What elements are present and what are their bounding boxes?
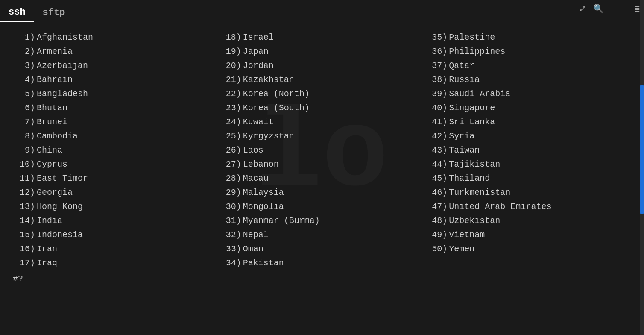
- item-number: 48): [425, 214, 447, 227]
- column-1: 1)Afghanistan2)Armenia3)Azerbaijan4)Bahr…: [13, 31, 219, 270]
- list-item: 30)Mongolia: [219, 200, 425, 213]
- item-name: Sri Lanka: [449, 115, 495, 129]
- item-name: Saudi Arabia: [449, 87, 510, 100]
- list-item: 49)Vietnam: [425, 228, 631, 241]
- list-item: 8)Cambodia: [13, 129, 219, 143]
- item-name: Brunei: [37, 115, 67, 129]
- item-name: Korea (South): [243, 101, 310, 115]
- item-name: Myanmar (Burma): [243, 214, 320, 227]
- list-item: 21)Kazakhstan: [219, 73, 425, 86]
- item-number: 1): [13, 31, 35, 44]
- item-number: 20): [219, 59, 241, 72]
- item-name: Korea (North): [243, 87, 310, 100]
- item-name: Turkmenistan: [449, 186, 510, 199]
- item-name: Russia: [449, 73, 480, 86]
- item-number: 11): [13, 172, 35, 185]
- scrollbar[interactable]: [640, 0, 644, 335]
- list-item: 10)Cyprus: [13, 158, 219, 171]
- item-number: 37): [425, 59, 447, 72]
- item-name: United Arab Emirates: [449, 200, 551, 213]
- list-item: 36)Philippines: [425, 45, 631, 58]
- list-item: 44)Tajikistan: [425, 158, 631, 171]
- item-name: Qatar: [449, 59, 474, 72]
- item-number: 39): [425, 87, 447, 100]
- main-content: lo 1)Afghanistan2)Armenia3)Azerbaijan4)B…: [0, 22, 644, 288]
- item-number: 27): [219, 158, 241, 171]
- item-name: Macau: [243, 172, 269, 185]
- item-number: 6): [13, 101, 35, 115]
- list-item: 7)Brunei: [13, 115, 219, 129]
- search-icon[interactable]: 🔍: [593, 3, 604, 14]
- item-number: 36): [425, 45, 447, 58]
- item-number: 15): [13, 228, 35, 241]
- item-number: 30): [219, 200, 241, 213]
- item-number: 25): [219, 129, 241, 143]
- item-name: Cyprus: [37, 158, 67, 171]
- tab-sftp[interactable]: sftp: [34, 4, 74, 21]
- item-name: Thailand: [449, 172, 490, 185]
- item-number: 17): [13, 256, 35, 270]
- list-item: 33)Oman: [219, 242, 425, 256]
- list-item: 4)Bahrain: [13, 73, 219, 86]
- list-item: 25)Kyrgyzstan: [219, 129, 425, 143]
- item-number: 19): [219, 45, 241, 58]
- list-item: 31)Myanmar (Burma): [219, 214, 425, 227]
- list-item: 9)China: [13, 144, 219, 157]
- item-name: Syria: [449, 129, 474, 143]
- list-item: 40)Singapore: [425, 101, 631, 115]
- list-item: 34)Pakistan: [219, 256, 425, 270]
- item-number: 34): [219, 256, 241, 270]
- prompt-line: #?: [13, 274, 631, 284]
- item-name: Philippines: [449, 45, 505, 58]
- item-number: 12): [13, 186, 35, 199]
- item-number: 2): [13, 45, 35, 58]
- item-number: 40): [425, 101, 447, 115]
- item-number: 38): [425, 73, 447, 86]
- split-v-icon[interactable]: ⋮⋮: [611, 3, 628, 14]
- item-number: 22): [219, 87, 241, 100]
- list-item: 39)Saudi Arabia: [425, 87, 631, 100]
- list-item: 18)Israel: [219, 31, 425, 44]
- list-item: 35)Palestine: [425, 31, 631, 44]
- item-number: 28): [219, 172, 241, 185]
- item-number: 49): [425, 228, 447, 241]
- item-name: Vietnam: [449, 228, 485, 241]
- item-number: 7): [13, 115, 35, 129]
- list-item: 46)Turkmenistan: [425, 186, 631, 199]
- list-item: 37)Qatar: [425, 59, 631, 72]
- list-item: 14)India: [13, 214, 219, 227]
- item-name: Iraq: [37, 256, 57, 270]
- item-name: Afghanistan: [37, 31, 93, 44]
- list-item: 11)East Timor: [13, 172, 219, 185]
- item-name: Singapore: [449, 101, 495, 115]
- scrollbar-thumb[interactable]: [640, 85, 644, 214]
- list-item: 20)Jordan: [219, 59, 425, 72]
- list-item: 6)Bhutan: [13, 101, 219, 115]
- item-number: 18): [219, 31, 241, 44]
- list-item: 2)Armenia: [13, 45, 219, 58]
- tab-ssh[interactable]: ssh: [0, 3, 34, 22]
- item-name: Palestine: [449, 31, 495, 44]
- column-2: 18)Israel19)Japan20)Jordan21)Kazakhstan2…: [219, 31, 425, 270]
- list-item: 1)Afghanistan: [13, 31, 219, 44]
- item-name: Yemen: [449, 242, 474, 256]
- item-name: Indonesia: [37, 228, 83, 241]
- item-name: Nepal: [243, 228, 269, 241]
- item-name: Bangladesh: [37, 87, 88, 100]
- country-list: 1)Afghanistan2)Armenia3)Azerbaijan4)Bahr…: [13, 26, 631, 270]
- item-number: 26): [219, 144, 241, 157]
- list-item: 12)Georgia: [13, 186, 219, 199]
- split-h-icon[interactable]: ≣: [635, 3, 640, 14]
- list-item: 27)Lebanon: [219, 158, 425, 171]
- list-item: 45)Thailand: [425, 172, 631, 185]
- item-number: 16): [13, 242, 35, 256]
- item-number: 3): [13, 59, 35, 72]
- item-name: Bhutan: [37, 101, 67, 115]
- list-item: 17)Iraq: [13, 256, 219, 270]
- item-name: East Timor: [37, 172, 88, 185]
- item-number: 31): [219, 214, 241, 227]
- item-name: Jordan: [243, 59, 274, 72]
- list-item: 3)Azerbaijan: [13, 59, 219, 72]
- item-name: Armenia: [37, 45, 73, 58]
- fullscreen-icon[interactable]: ⤢: [579, 3, 586, 14]
